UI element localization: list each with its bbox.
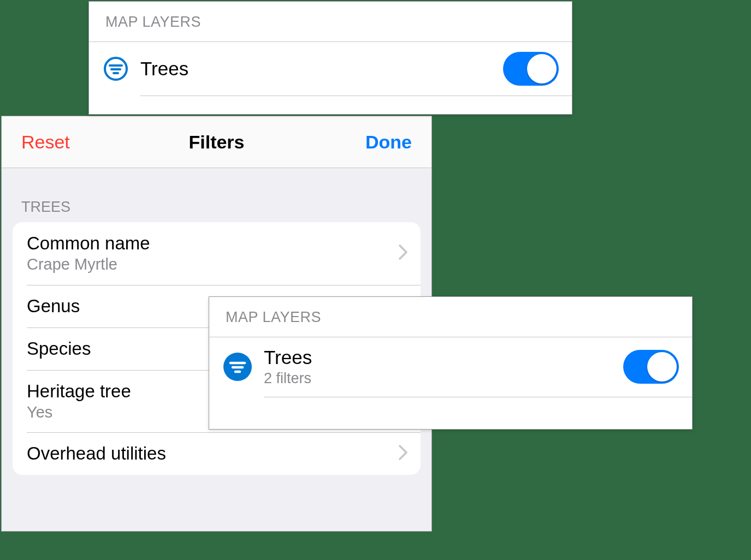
filter-filled-icon xyxy=(223,353,252,381)
filters-modal-title: Filters xyxy=(188,132,244,153)
filters-modal-header: Reset Filters Done xyxy=(2,116,431,168)
filters-section-header: TREES xyxy=(2,168,431,222)
layer-subtitle: 2 filters xyxy=(264,370,623,387)
chevron-right-icon xyxy=(398,444,409,463)
layer-row-trees[interactable]: Trees xyxy=(89,42,572,96)
map-layers-header: MAP LAYERS xyxy=(209,297,692,337)
layer-title: Trees xyxy=(264,347,623,368)
layer-title: Trees xyxy=(140,58,503,80)
layer-visibility-toggle[interactable] xyxy=(623,350,679,384)
toggle-knob xyxy=(647,352,677,382)
filter-row-title: Overhead utilities xyxy=(27,443,398,464)
filter-row-overhead-utilities[interactable]: Overhead utilities xyxy=(13,432,421,475)
filter-row-title: Common name xyxy=(27,233,398,254)
divider xyxy=(264,397,692,397)
filter-outline-icon xyxy=(103,56,128,81)
filter-row-common-name[interactable]: Common name Crape Myrtle xyxy=(13,222,421,285)
map-layers-panel-bottom: MAP LAYERS Trees 2 filters xyxy=(209,296,693,430)
done-button[interactable]: Done xyxy=(365,132,412,153)
map-layers-header: MAP LAYERS xyxy=(89,2,572,41)
layer-row-trees-filtered[interactable]: Trees 2 filters xyxy=(209,337,692,397)
layer-visibility-toggle[interactable] xyxy=(503,52,559,86)
filter-row-subtitle: Crape Myrtle xyxy=(27,255,398,274)
chevron-right-icon xyxy=(398,244,409,263)
toggle-knob xyxy=(527,54,557,84)
reset-button[interactable]: Reset xyxy=(21,132,70,153)
divider xyxy=(140,96,572,96)
map-layers-panel-top: MAP LAYERS Trees xyxy=(88,1,572,115)
